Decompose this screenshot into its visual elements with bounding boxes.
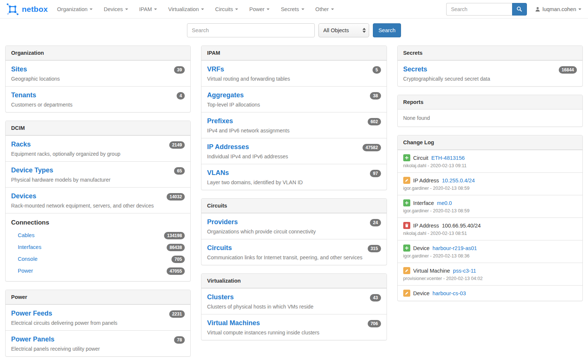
changelog-entry: Virtual Machine pss-c3-11 provisioner.vc… xyxy=(398,263,582,285)
entry-meta: igor.gardiner - 2020-02-13 08:59 xyxy=(403,186,577,191)
menu-circuits[interactable]: Circuits xyxy=(210,0,244,18)
object-type: Device xyxy=(413,245,430,251)
connections-heading: Connections xyxy=(11,219,185,226)
panel-power: Power Power Feeds 2231 Electrical circui… xyxy=(5,290,191,357)
user-menu[interactable]: luqman.cohen xyxy=(535,6,584,12)
column-right: Secrets Secrets 16844 Cryptographically … xyxy=(397,46,583,309)
navbar-search-input[interactable] xyxy=(446,3,512,16)
object-link[interactable]: me0.0 xyxy=(437,200,452,206)
item-description: Virtual compute instances running inside… xyxy=(207,330,381,336)
menu-power[interactable]: Power xyxy=(244,0,275,18)
list-item-aggregates: Aggregates 38 Top-level IP allocations xyxy=(201,86,386,112)
cables-link[interactable]: Cables xyxy=(18,232,34,238)
caret-down-icon xyxy=(331,9,334,10)
object-type: Circuit xyxy=(413,155,428,161)
racks-link[interactable]: Racks xyxy=(11,141,31,149)
netbox-brand[interactable]: netbox xyxy=(4,3,51,16)
item-description: Electrical panels receiving utility powe… xyxy=(11,346,185,352)
device-types-link[interactable]: Device Types xyxy=(11,166,53,175)
list-item-vrfs: VRFs 5 Virtual routing and forwarding ta… xyxy=(201,60,386,86)
panel-title: Reports xyxy=(398,95,582,109)
object-label: 100.66.95.40/24 xyxy=(442,223,481,229)
count-badge: 16844 xyxy=(559,66,577,74)
aggregates-link[interactable]: Aggregates xyxy=(207,91,244,100)
object-link[interactable]: harbour-r219-as01 xyxy=(432,245,477,251)
tenants-link[interactable]: Tenants xyxy=(11,91,36,100)
object-type: IP Address xyxy=(413,223,439,229)
menu-other[interactable]: Other xyxy=(310,0,340,18)
pencil-icon xyxy=(403,177,410,184)
console-link[interactable]: Console xyxy=(18,256,37,262)
menu-organization[interactable]: Organization xyxy=(51,0,98,18)
list-item-power-panels: Power Panels 78 Electrical panels receiv… xyxy=(6,330,190,356)
power-panels-link[interactable]: Power Panels xyxy=(11,336,54,344)
caret-down-icon xyxy=(201,9,204,10)
list-item-virtual-machines: Virtual Machines 706 Virtual compute ins… xyxy=(201,314,386,340)
item-description: Electrical circuits delivering power fro… xyxy=(11,320,185,326)
panel-title: IPAM xyxy=(201,46,386,60)
caret-down-icon xyxy=(154,9,157,10)
count-badge: 24 xyxy=(370,219,381,226)
panel-title: Secrets xyxy=(398,46,582,60)
interfaces-link[interactable]: Interfaces xyxy=(18,244,41,250)
menu-devices[interactable]: Devices xyxy=(98,0,134,18)
count-badge: 315 xyxy=(368,245,381,252)
panel-title: Change Log xyxy=(398,135,582,150)
panel-ipam: IPAM VRFs 5 Virtual routing and forwardi… xyxy=(201,46,387,190)
item-description: Equipment racks, optionally organized by… xyxy=(11,151,185,157)
item-description: Geographic locations xyxy=(11,76,185,82)
global-search-button[interactable]: Search xyxy=(373,23,401,37)
changelog-entry: Circuit ETH-4813156 nikolaj.dahl - 2020-… xyxy=(398,150,582,172)
dashboard-grid: Organization Sites 39 Geographic locatio… xyxy=(0,45,588,364)
object-link[interactable]: 10.255.0.4/24 xyxy=(442,178,475,183)
count-badge: 39 xyxy=(174,66,185,74)
devices-link[interactable]: Devices xyxy=(11,192,36,200)
changelog-entry: IP Address 100.66.95.40/24 nikolaj.dahl … xyxy=(398,218,582,240)
menu-ipam[interactable]: IPAM xyxy=(134,0,163,18)
search-scope-select[interactable]: All Objects xyxy=(318,23,369,37)
power-feeds-link[interactable]: Power Feeds xyxy=(11,310,52,318)
navbar-search-button[interactable] xyxy=(512,3,527,16)
global-search-input[interactable] xyxy=(187,23,315,37)
user-icon xyxy=(535,7,540,12)
count-badge: 86438 xyxy=(167,244,185,251)
providers-link[interactable]: Providers xyxy=(207,218,238,226)
count-badge: 2231 xyxy=(169,310,185,318)
ip-addresses-link[interactable]: IP Addresses xyxy=(207,143,249,151)
menu-secrets[interactable]: Secrets xyxy=(275,0,310,18)
virtual-machines-link[interactable]: Virtual Machines xyxy=(207,319,260,327)
prefixes-link[interactable]: Prefixes xyxy=(207,117,233,125)
item-description: Rack-mounted network equipment, servers,… xyxy=(11,203,185,209)
power-connections-link[interactable]: Power xyxy=(18,268,33,274)
panel-virtualization: Virtualization Clusters 43 Clusters of p… xyxy=(201,273,387,340)
count-badge: 706 xyxy=(368,320,381,327)
changelog-entry: Interface me0.0 igor.gardiner - 2020-02-… xyxy=(398,195,582,218)
count-badge: 602 xyxy=(368,118,381,125)
clusters-link[interactable]: Clusters xyxy=(207,293,234,301)
menu-virtualization[interactable]: Virtualization xyxy=(163,0,210,18)
connection-row-console: Console 705 xyxy=(11,253,185,265)
vrfs-link[interactable]: VRFs xyxy=(207,65,224,74)
object-link[interactable]: pss-c3-11 xyxy=(453,268,476,274)
caret-down-icon xyxy=(301,9,304,10)
connections-section: Connections Cables 134198 Interfaces 864… xyxy=(6,213,190,281)
sites-link[interactable]: Sites xyxy=(11,65,27,74)
brand-title: netbox xyxy=(22,5,48,14)
item-description: IPv4 and IPv6 network assignments xyxy=(207,128,381,134)
object-link[interactable]: harbour-cs-03 xyxy=(432,290,466,296)
panel-dcim: DCIM Racks 2149 Equipment racks, optiona… xyxy=(5,121,191,282)
circuits-link[interactable]: Circuits xyxy=(207,244,232,252)
count-badge: 78 xyxy=(174,336,185,344)
entry-meta: igor.gardiner - 2020-02-13 08:59 xyxy=(403,208,577,213)
item-description: Virtual routing and forwarding tables xyxy=(207,76,381,82)
object-link[interactable]: ETH-4813156 xyxy=(431,155,465,161)
caret-down-icon xyxy=(578,9,581,10)
panel-secrets: Secrets Secrets 16844 Cryptographically … xyxy=(397,46,583,87)
secrets-link[interactable]: Secrets xyxy=(403,65,427,74)
list-item-power-feeds: Power Feeds 2231 Electrical circuits del… xyxy=(6,304,190,330)
vlans-link[interactable]: VLANs xyxy=(207,169,229,177)
count-badge: 47582 xyxy=(363,144,381,151)
connection-row-power: Power 47055 xyxy=(11,265,185,277)
list-item-device-types: Device Types 65 Physical hardware models… xyxy=(6,161,190,187)
list-item-providers: Providers 24 Organizations which provide… xyxy=(201,213,386,239)
